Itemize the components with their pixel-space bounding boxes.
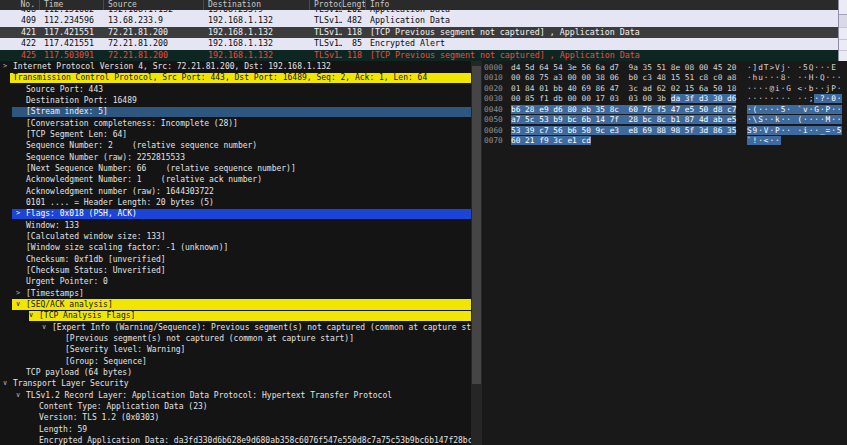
tree-row[interactable]: 0101 .... = Header Length: 20 bytes (5): [0, 197, 471, 208]
tree-row[interactable]: >[Timestamps]: [0, 288, 471, 299]
chevron-down-icon[interactable]: ∨: [29, 310, 33, 321]
tree-row-label: Flags: 0x018 (PSH, ACK): [26, 208, 137, 219]
packet-row[interactable]: 422117.42155172.21.81.200192.168.1.132TL…: [0, 38, 838, 49]
ascii-char: S: [747, 126, 753, 135]
column-header-destination[interactable]: Destination: [204, 0, 310, 10]
packet-cell-protocol: TLSv1…: [310, 50, 342, 61]
tree-row[interactable]: ∨TLSv1.2 Record Layer: Application Data …: [0, 390, 471, 401]
tree-row[interactable]: Sequence Number (raw): 2252815533: [0, 152, 471, 163]
column-header-label: Info: [370, 0, 389, 9]
tree-row[interactable]: [Conversation completeness: Incomplete (…: [0, 118, 471, 129]
tree-row[interactable]: Checksum: 0xf1db [unverified]: [0, 254, 471, 265]
packet-row[interactable]: 409112.23459613.68.233.9192.168.1.132TLS…: [0, 15, 838, 26]
tree-row[interactable]: [Previous segment(s) not captured (commo…: [0, 333, 471, 344]
tree-row[interactable]: Length: 59: [0, 424, 471, 435]
chevron-down-icon[interactable]: ∨: [42, 322, 46, 333]
tree-row[interactable]: ∨[Expert Info (Warning/Sequence): Previo…: [0, 322, 471, 333]
packet-list-pane: No.TimeSourceDestinationProtocol ▾Length…: [0, 0, 847, 61]
tree-row[interactable]: >Internet Protocol Version 4, Src: 72.21…: [0, 61, 471, 72]
tree-row[interactable]: [Next Sequence Number: 66 (relative sequ…: [0, 163, 471, 174]
tree-row[interactable]: Encrypted Application Data: da3fd330d6b6…: [0, 435, 471, 445]
tree-row[interactable]: ∨[SEQ/ACK analysis]: [0, 299, 471, 310]
detail-pane-scrollbar-thumb[interactable]: [472, 66, 481, 384]
ascii-char: ·: [747, 115, 753, 124]
hex-byte: 03: [628, 94, 642, 103]
hex-row[interactable]: 007060 21 f9 3c e1 cd`!·<··: [482, 136, 847, 146]
tree-row[interactable]: ∨Transmission Control Protocol, Src Port…: [0, 72, 471, 83]
hex-byte: 3f: [685, 94, 699, 103]
ascii-char: 0: [831, 94, 837, 103]
ascii-char: ·: [837, 115, 843, 124]
tree-row-label: [TCP Analysis Flags]: [39, 310, 135, 321]
packet-cell-no: 409: [0, 15, 40, 26]
tree-row[interactable]: Window: 133: [0, 220, 471, 231]
detail-pane-scrollbar[interactable]: [471, 61, 482, 445]
chevron-right-icon[interactable]: >: [3, 61, 7, 72]
hex-byte: da: [671, 94, 685, 103]
tree-row[interactable]: Acknowledgment Number: 1 (relative ack n…: [0, 174, 471, 185]
hex-byte: bb: [553, 84, 567, 93]
column-header-protocol[interactable]: Protocol ▾: [310, 0, 342, 10]
packet-list-scrollbar[interactable]: [838, 0, 847, 61]
tree-row[interactable]: [Calculated window size: 133]: [0, 231, 471, 242]
hex-row[interactable]: 0040b6 28 e9 d6 80 ab 35 8c 60 76 f5 47 …: [482, 105, 847, 115]
hex-row[interactable]: 001000 68 75 a3 00 00 38 06 b0 c3 48 15 …: [482, 73, 847, 83]
tree-row[interactable]: ∨Transport Layer Security: [0, 378, 471, 389]
tree-row[interactable]: Source Port: 443: [0, 84, 471, 95]
tree-row-label: [Severity level: Warning]: [65, 344, 185, 355]
hex-row[interactable]: 003000 85 f1 db 00 00 17 03 03 00 3b da …: [482, 94, 847, 104]
tree-row[interactable]: [Group: Sequence]: [0, 356, 471, 367]
chevron-down-icon[interactable]: ∨: [3, 378, 7, 389]
tree-row[interactable]: Version: TLS 1.2 (0x0303): [0, 412, 471, 423]
column-header-time[interactable]: Time: [40, 0, 104, 10]
hex-row[interactable]: 0000d4 5d 64 54 3e 56 6a d7 9a 35 51 8e …: [482, 63, 847, 73]
tree-row[interactable]: Sequence Number: 2 (relative sequence nu…: [0, 140, 471, 151]
column-header-info[interactable]: Info: [366, 0, 847, 10]
hex-row[interactable]: 0050a7 5c 53 b9 bc 6b 14 7f 28 bc 8c b1 …: [482, 115, 847, 125]
hex-byte: 00: [643, 94, 657, 103]
tree-row-label: Encrypted Application Data: da3fd330d6b6…: [39, 435, 471, 445]
tree-row[interactable]: [Window size scaling factor: -1 (unknown…: [0, 242, 471, 253]
tree-row[interactable]: Destination Port: 16489: [0, 95, 471, 106]
tree-row[interactable]: >Flags: 0x018 (PSH, ACK): [0, 208, 471, 219]
chevron-right-icon[interactable]: >: [16, 208, 20, 219]
hex-byte: 68: [525, 73, 539, 82]
tree-row[interactable]: Acknowledgment number (raw): 1644303722: [0, 186, 471, 197]
tree-row[interactable]: [Checksum Status: Unverified]: [0, 265, 471, 276]
chevron-right-icon[interactable]: >: [16, 288, 20, 299]
chevron-down-icon[interactable]: ∨: [3, 72, 7, 83]
packet-row[interactable]: 421117.42155172.21.81.200192.168.1.132TL…: [0, 27, 838, 38]
ascii-char: S: [758, 115, 764, 124]
tree-row[interactable]: Content Type: Application Data (23): [0, 401, 471, 412]
tree-row-label: [Stream index: 5]: [26, 106, 108, 117]
packet-list-header: No.TimeSourceDestinationProtocol ▾Length…: [0, 0, 847, 10]
packet-cell-no: 425: [0, 50, 40, 61]
column-header-source[interactable]: Source: [104, 0, 204, 10]
tree-row-label: Transport Layer Security: [13, 378, 129, 389]
packet-cell-info: [TCP Previous segment not captured] , Ap…: [366, 27, 838, 38]
packet-list-scrollbar-thumb[interactable]: [839, 14, 847, 28]
tree-row[interactable]: [Severity level: Warning]: [0, 344, 471, 355]
packet-cell-source: 13.68.233.9: [104, 15, 204, 26]
hex-byte: 14: [596, 115, 610, 124]
tree-row[interactable]: Urgent Pointer: 0: [0, 276, 471, 287]
chevron-down-icon[interactable]: ∨: [16, 299, 20, 310]
hex-offset: 0030: [484, 94, 506, 104]
tree-row[interactable]: [TCP Segment Len: 64]: [0, 129, 471, 140]
chevron-down-icon[interactable]: ∨: [16, 390, 20, 401]
hex-byte: c7: [727, 105, 736, 114]
hex-row[interactable]: 002001 84 01 bb 40 69 86 47 3c ad 62 02 …: [482, 84, 847, 94]
column-header-length[interactable]: Length: [342, 0, 366, 10]
tree-row[interactable]: TCP payload (64 bytes): [0, 367, 471, 378]
column-header-label: No.: [21, 0, 35, 9]
tree-row[interactable]: [Stream index: 5]: [0, 106, 471, 117]
hex-byte: 17: [596, 94, 610, 103]
column-header-label: Protocol: [314, 0, 342, 9]
hex-byte: 00: [511, 94, 525, 103]
column-header-no[interactable]: No.: [0, 0, 40, 10]
tree-row[interactable]: ∨[TCP Analysis Flags]: [0, 310, 471, 321]
hex-row[interactable]: 006053 39 c7 56 b6 50 9c e3 e8 69 88 98 …: [482, 126, 847, 136]
hex-byte: bc: [643, 115, 657, 124]
hex-byte: 3e: [567, 63, 581, 72]
packet-row[interactable]: 425117.50309172.21.81.200192.168.1.132TL…: [0, 50, 838, 61]
